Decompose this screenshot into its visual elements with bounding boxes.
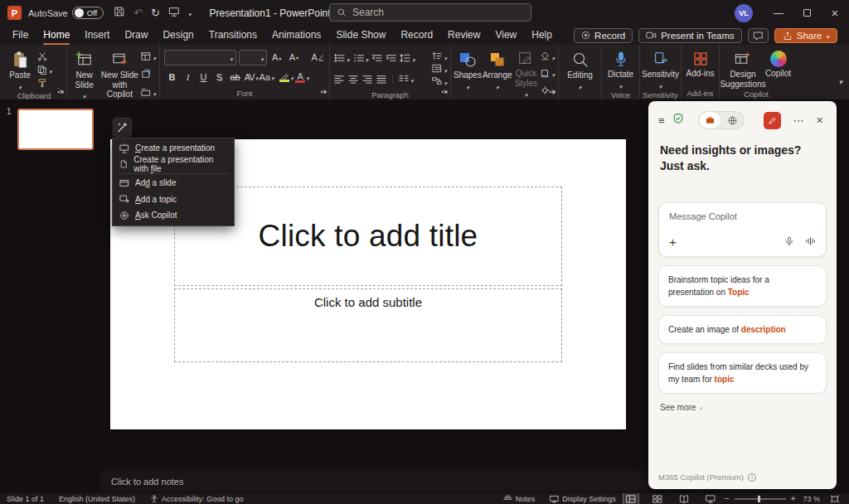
web-mode-segment[interactable] (721, 112, 744, 128)
suggestion-card-brainstorm[interactable]: Brainstorm topic ideas for a presentatio… (658, 265, 827, 307)
notes-pane[interactable]: Click to add notes (99, 471, 648, 492)
numbering-button[interactable] (353, 52, 369, 65)
justify-button[interactable] (376, 73, 386, 85)
grow-font-button[interactable]: A▴ (269, 50, 284, 65)
new-slide-with-copilot-button[interactable]: New Slide with Copilot (99, 47, 139, 101)
zoom-out-button[interactable]: − (725, 494, 730, 503)
editing-button[interactable]: Editing (562, 47, 599, 91)
work-mode-segment[interactable] (699, 112, 721, 128)
tab-design[interactable]: Design (155, 27, 201, 45)
tab-draw[interactable]: Draw (117, 27, 155, 45)
save-button[interactable] (114, 6, 125, 20)
align-right-button[interactable] (362, 73, 372, 85)
shrink-font-button[interactable]: A▾ (287, 50, 302, 65)
more-options-button[interactable]: ⋯ (793, 114, 804, 127)
tab-transitions[interactable]: Transitions (201, 27, 264, 45)
align-left-button[interactable] (334, 73, 344, 85)
mic-icon[interactable] (784, 236, 794, 247)
font-name-combo[interactable] (164, 50, 236, 65)
language-button[interactable]: English (United States) (51, 495, 143, 503)
work-web-toggle[interactable] (698, 111, 745, 129)
copy-button[interactable] (37, 63, 52, 75)
slide-layout-button[interactable] (141, 50, 156, 62)
menu-item-create-presentation-with-file[interactable]: Create a presentation with file (113, 157, 234, 173)
notes-toggle-button[interactable]: Notes (496, 495, 543, 503)
autosave-toggle[interactable]: AutoSave Off (28, 7, 104, 19)
slide-show-view-button[interactable] (703, 493, 718, 504)
shape-fill-button[interactable] (541, 50, 555, 62)
tab-record[interactable]: Record (393, 27, 440, 45)
shapes-button[interactable]: Shapes (454, 47, 482, 99)
tab-review[interactable]: Review (440, 27, 488, 45)
quick-styles-button[interactable]: Quick Styles (513, 47, 540, 99)
accessibility-status-button[interactable]: Accessibility: Good to go (143, 495, 251, 503)
redo-button[interactable]: ↻ (151, 7, 160, 19)
shape-outline-button[interactable] (541, 67, 555, 80)
record-button[interactable]: Record (574, 28, 633, 43)
display-settings-button[interactable]: Display Settings (542, 495, 623, 503)
tab-view[interactable]: View (488, 27, 524, 45)
underline-button[interactable]: U (196, 70, 211, 85)
protected-badge-icon[interactable] (672, 113, 684, 128)
format-painter-button[interactable] (37, 76, 52, 89)
collapse-ribbon-chevron-icon[interactable] (838, 73, 842, 88)
see-more-button[interactable]: See more (648, 394, 837, 421)
voice-waveform-icon[interactable] (805, 236, 816, 246)
font-size-combo[interactable] (239, 50, 267, 65)
new-chat-button[interactable] (764, 112, 781, 129)
zoom-slider[interactable] (735, 498, 786, 500)
decrease-indent-button[interactable] (371, 52, 382, 65)
tab-slide-show[interactable]: Slide Show (328, 27, 393, 45)
copilot-button[interactable]: Copilot (765, 47, 791, 89)
zoom-level-button[interactable]: 73 % (795, 495, 827, 503)
sensitivity-button[interactable]: Sensitivity (642, 47, 679, 90)
paste-button[interactable]: Paste (4, 47, 36, 91)
bold-button[interactable]: B (164, 70, 180, 85)
copilot-slide-button[interactable] (113, 118, 132, 137)
tab-animations[interactable]: Animations (264, 27, 328, 45)
design-suggestions-button[interactable]: Design Suggestions (721, 47, 764, 89)
undo-button[interactable]: ↶ (133, 7, 143, 19)
columns-button[interactable] (399, 73, 414, 85)
start-slideshow-button[interactable] (168, 6, 180, 20)
tab-home[interactable]: Home (36, 27, 77, 45)
share-button[interactable]: Share (774, 28, 837, 43)
fit-slide-to-window-button[interactable] (827, 493, 842, 504)
reset-slide-button[interactable] (141, 68, 156, 80)
line-spacing-button[interactable] (400, 52, 415, 65)
new-slide-button[interactable]: New Slide (70, 47, 99, 101)
close-button[interactable]: × (821, 0, 849, 26)
copilot-menu-button[interactable]: ≡ (658, 114, 665, 127)
suggestion-card-find-slides[interactable]: Find slides from similar decks used by m… (658, 352, 827, 394)
present-in-teams-button[interactable]: Present in Teams (638, 28, 742, 43)
slide-sorter-view-button[interactable] (650, 493, 665, 504)
comments-button[interactable] (748, 28, 769, 43)
normal-view-button[interactable] (623, 493, 638, 504)
subtitle-placeholder[interactable]: Click to add subtitle (174, 288, 562, 362)
suggestion-card-image[interactable]: Create an image of description (658, 315, 827, 344)
close-pane-button[interactable]: × (817, 114, 823, 127)
account-avatar[interactable]: VL (735, 4, 753, 22)
clear-formatting-button[interactable]: A (310, 50, 325, 65)
strikethrough-button[interactable]: ab (227, 70, 243, 85)
highlight-color-button[interactable] (279, 70, 294, 85)
font-dialog-launcher[interactable] (320, 82, 327, 97)
character-spacing-button[interactable]: AV (243, 70, 259, 85)
slide-thumbnail[interactable] (17, 109, 94, 150)
add-content-button[interactable]: + (669, 235, 677, 249)
dictate-button[interactable]: Dictate (604, 47, 637, 90)
message-copilot-input[interactable]: Message Copilot + (658, 202, 827, 257)
menu-item-create-presentation[interactable]: Create a presentation (113, 140, 234, 157)
change-case-button[interactable]: Aa (259, 70, 274, 85)
text-shadow-button[interactable]: S (211, 70, 227, 85)
reading-view-button[interactable] (677, 493, 691, 504)
drawing-dialog-launcher[interactable] (549, 82, 555, 97)
restore-button[interactable] (793, 0, 821, 26)
tab-insert[interactable]: Insert (77, 27, 117, 45)
italic-button[interactable]: I (180, 70, 196, 85)
paragraph-dialog-launcher[interactable] (441, 82, 448, 97)
search-box[interactable]: Search (329, 3, 531, 22)
section-button[interactable] (141, 86, 156, 99)
cut-button[interactable] (37, 50, 52, 62)
customize-qat-chevron-icon[interactable] (188, 7, 192, 19)
